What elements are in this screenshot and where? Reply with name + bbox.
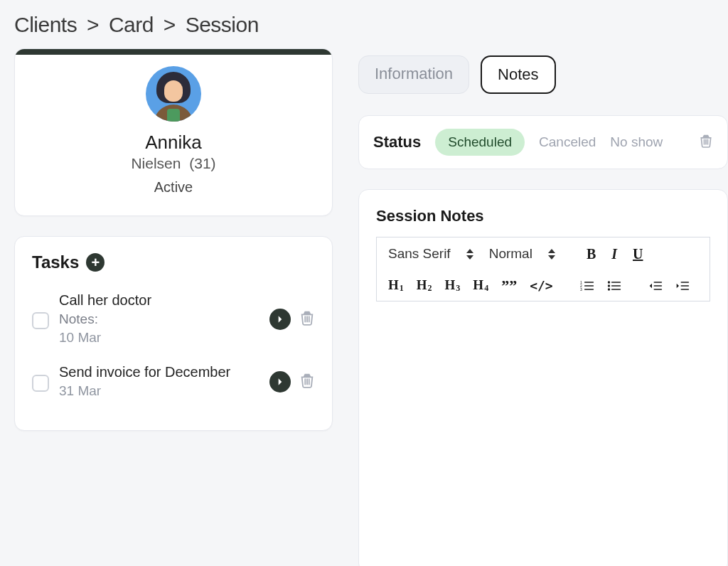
indent-button[interactable] bbox=[671, 278, 694, 294]
task-item-title: Call her doctor bbox=[59, 292, 259, 309]
bold-button[interactable]: B bbox=[581, 245, 601, 264]
task-item-date: 31 Mar bbox=[59, 383, 259, 399]
breadcrumb-clients[interactable]: Clients bbox=[14, 13, 77, 36]
chevron-right-icon: > bbox=[164, 13, 176, 36]
blockquote-button[interactable]: ”” bbox=[497, 277, 521, 295]
outdent-icon bbox=[648, 279, 663, 292]
client-subline: Nielsen (31) bbox=[29, 155, 318, 172]
client-last-name: Nielsen bbox=[131, 155, 181, 171]
client-first-name: Annika bbox=[29, 132, 318, 154]
font-family-label: Sans Serif bbox=[388, 246, 451, 262]
tasks-title: Tasks bbox=[32, 252, 79, 272]
trash-icon bbox=[299, 309, 315, 326]
svg-point-4 bbox=[607, 284, 609, 287]
breadcrumb-session[interactable]: Session bbox=[186, 13, 259, 36]
chevron-right-icon bbox=[275, 377, 285, 387]
session-notes-card: Session Notes Sans Serif Normal B I U bbox=[358, 189, 728, 566]
editor-toolbar: Sans Serif Normal B I U H1 H2 H3 bbox=[376, 237, 710, 301]
breadcrumb-card[interactable]: Card bbox=[109, 13, 154, 36]
sort-icon bbox=[548, 249, 555, 260]
add-task-button[interactable]: + bbox=[86, 253, 105, 272]
task-item-date: 10 Mar bbox=[59, 330, 259, 346]
italic-button[interactable]: I bbox=[606, 245, 623, 264]
delete-task-button[interactable] bbox=[299, 372, 315, 392]
chevron-right-icon: > bbox=[87, 13, 99, 36]
font-size-select[interactable]: Normal bbox=[485, 243, 562, 265]
h2-button[interactable]: H2 bbox=[412, 276, 437, 295]
svg-text:3: 3 bbox=[580, 287, 582, 291]
h3-button[interactable]: H3 bbox=[441, 276, 465, 295]
indent-icon bbox=[675, 279, 690, 292]
list-bullet-icon bbox=[607, 279, 621, 292]
svg-point-5 bbox=[607, 288, 609, 290]
unordered-list-button[interactable] bbox=[603, 278, 626, 294]
trash-icon bbox=[299, 372, 315, 389]
open-task-button[interactable] bbox=[269, 371, 291, 393]
client-card: Annika Nielsen (31) Active bbox=[14, 48, 333, 216]
chevron-right-icon bbox=[275, 314, 285, 324]
font-family-select[interactable]: Sans Serif bbox=[384, 243, 481, 265]
underline-button[interactable]: U bbox=[627, 245, 648, 264]
session-notes-title: Session Notes bbox=[376, 207, 710, 225]
outdent-button[interactable] bbox=[644, 278, 667, 294]
task-item-title: Send invoice for December bbox=[59, 364, 259, 380]
tab-information[interactable]: Information bbox=[358, 55, 469, 94]
breadcrumb: Clients > Card > Session bbox=[0, 0, 728, 43]
svg-point-3 bbox=[607, 281, 609, 283]
status-label: Status bbox=[373, 133, 421, 151]
open-task-button[interactable] bbox=[269, 309, 291, 330]
code-block-button[interactable]: </> bbox=[525, 278, 557, 293]
status-canceled[interactable]: Canceled bbox=[539, 134, 596, 150]
task-row: Send invoice for December 31 Mar bbox=[32, 357, 315, 410]
tabs: Information Notes bbox=[358, 43, 728, 97]
h1-button[interactable]: H1 bbox=[384, 276, 408, 295]
status-scheduled[interactable]: Scheduled bbox=[435, 129, 525, 156]
task-checkbox[interactable] bbox=[32, 375, 49, 392]
task-row: Call her doctor Notes: 10 Mar bbox=[32, 285, 315, 357]
delete-task-button[interactable] bbox=[299, 309, 315, 329]
font-size-label: Normal bbox=[489, 246, 532, 262]
h4-button[interactable]: H4 bbox=[469, 276, 493, 295]
delete-session-button[interactable] bbox=[699, 133, 713, 151]
status-no-show[interactable]: No show bbox=[610, 134, 663, 150]
task-item-notes-label: Notes: bbox=[59, 311, 259, 327]
tasks-card: Tasks + Call her doctor Notes: 10 Mar bbox=[14, 236, 333, 431]
tab-notes[interactable]: Notes bbox=[481, 55, 555, 94]
list-ordered-icon: 123 bbox=[580, 279, 594, 292]
status-bar: Status Scheduled Canceled No show bbox=[358, 115, 728, 169]
task-checkbox[interactable] bbox=[32, 312, 49, 329]
trash-icon bbox=[699, 133, 713, 149]
sort-icon bbox=[466, 249, 473, 260]
client-age: (31) bbox=[189, 155, 215, 171]
avatar bbox=[146, 66, 201, 122]
client-status: Active bbox=[29, 179, 318, 196]
ordered-list-button[interactable]: 123 bbox=[576, 278, 599, 294]
